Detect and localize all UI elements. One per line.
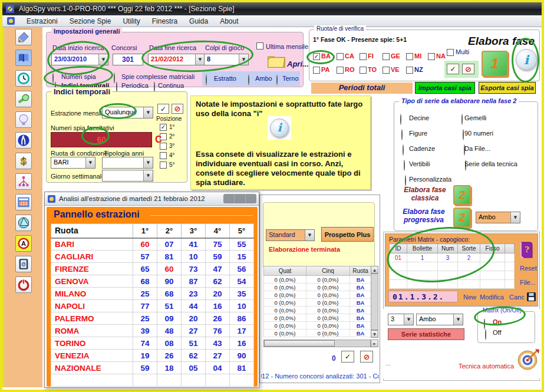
menu-item-sezione-spie[interactable]: Sezione Spie xyxy=(70,17,111,25)
dropdown-arrow-icon[interactable] xyxy=(239,54,248,65)
target-icon[interactable] xyxy=(516,348,540,371)
lottery-icon-button[interactable] xyxy=(15,132,32,149)
ellipsis-label[interactable]: ... xyxy=(385,360,391,367)
dropdown-arrow-icon[interactable] xyxy=(143,170,153,181)
novanta-numeri-radio[interactable] xyxy=(463,129,464,140)
posizione-5-checkbox[interactable] xyxy=(160,162,167,169)
progressiva-sorte-select[interactable]: Ambo xyxy=(476,212,520,223)
fase3-sorte-select[interactable]: Ambo xyxy=(416,314,463,325)
pencil-icon-button[interactable] xyxy=(15,29,32,45)
serie-statistiche-button[interactable]: Serie statistiche xyxy=(388,328,464,340)
table-row[interactable]: ROMA3948277617 xyxy=(51,325,254,337)
numeri-spia-field[interactable]: 60 xyxy=(51,132,152,147)
esporta-casi-spia-button[interactable]: Esporta casi spia xyxy=(479,82,536,94)
data-inizio-select[interactable]: 23/03/2010 xyxy=(51,54,108,65)
horizontal-scrollbar[interactable] xyxy=(263,340,371,347)
menu-item-estrazioni[interactable]: Estrazioni xyxy=(27,17,58,25)
table-row[interactable]: CAGLIARI5781105915 xyxy=(51,251,254,263)
table-row[interactable]: 0 (0,0%)0 (0,0%)BA xyxy=(264,284,371,291)
wheel-fi-checkbox[interactable] xyxy=(360,53,367,60)
calendar-icon-button[interactable] xyxy=(15,194,32,210)
dropdown-arrow-icon[interactable] xyxy=(195,54,205,65)
decine-radio[interactable] xyxy=(400,114,401,125)
colpi-select[interactable]: 8 xyxy=(204,54,249,65)
figure-radio[interactable] xyxy=(401,129,403,140)
wheel-ge-checkbox[interactable] xyxy=(383,53,390,60)
address-book-icon-button[interactable]: @ xyxy=(15,256,32,272)
tree-icon-button[interactable] xyxy=(15,173,32,190)
info-icon-button[interactable] xyxy=(516,49,537,70)
col-sorte[interactable]: Sorte xyxy=(458,244,480,253)
ambo-radio[interactable] xyxy=(248,74,249,85)
tipologia-anni-select[interactable] xyxy=(102,157,153,169)
wheel-to-checkbox[interactable] xyxy=(360,67,367,74)
scroll-down-arrow[interactable]: ▼ xyxy=(371,330,378,338)
bulb-icon-button[interactable] xyxy=(15,111,32,128)
clock-icon-button[interactable] xyxy=(15,70,32,87)
scrollbar-thumb[interactable] xyxy=(264,340,335,347)
col-fisso[interactable]: Fisso xyxy=(480,244,505,253)
flashlight-icon-button[interactable] xyxy=(15,91,32,107)
scroll-up-arrow[interactable]: ▲ xyxy=(371,266,378,274)
gemelli-radio[interactable] xyxy=(461,114,463,125)
matrix-off-radio[interactable] xyxy=(485,329,486,340)
save-floppy-icon[interactable] xyxy=(527,292,536,301)
table-row[interactable]: TORINO7408514316 xyxy=(51,337,254,350)
elabora-progressiva-2-button[interactable]: 2 xyxy=(453,207,471,228)
dropdown-arrow-icon[interactable] xyxy=(510,212,520,223)
folder-open-icon[interactable] xyxy=(267,54,286,69)
dropdown-arrow-icon[interactable] xyxy=(85,157,95,168)
data-fine-select[interactable]: 21/02/2012 xyxy=(148,54,205,65)
estrazione-mensile-select[interactable]: Qualunque xyxy=(102,107,153,118)
ruota-condizione-select[interactable]: BARI xyxy=(51,157,95,169)
wheel-ba-checkbox[interactable] xyxy=(313,53,320,60)
a-sign-icon-button[interactable]: A xyxy=(15,235,32,252)
personalizzata-radio[interactable] xyxy=(405,175,406,186)
table-row[interactable]: FIRENZE6560734756 xyxy=(51,263,254,275)
minimize-button[interactable] xyxy=(223,194,235,203)
vertical-scrollbar[interactable] xyxy=(371,274,378,330)
wheel-mi-checkbox[interactable] xyxy=(406,53,413,60)
terno-radio[interactable] xyxy=(276,74,278,85)
dropdown-arrow-icon[interactable] xyxy=(143,157,153,168)
table-row[interactable]: 0 (0,0%)0 (0,0%)BA xyxy=(264,307,371,314)
fase3-num-select[interactable]: 3 xyxy=(388,314,414,325)
apri-button[interactable]: Apri... xyxy=(287,60,309,68)
matrix-code-field[interactable]: 01.1.3.2. xyxy=(388,291,458,302)
maximize-button[interactable] xyxy=(235,194,246,203)
table-row[interactable]: 0 (0,0%)0 (0,0%)BA xyxy=(264,330,371,337)
table-row[interactable]: 0 (0,0%)0 (0,0%)BA xyxy=(264,314,371,322)
col-quat[interactable]: Quat xyxy=(264,266,306,276)
cancel-forbid-button[interactable] xyxy=(172,104,183,114)
menu-item-finestra[interactable]: Finestra xyxy=(152,17,177,25)
vertibili-radio[interactable] xyxy=(404,160,405,171)
geometry-icon-button[interactable] xyxy=(15,215,32,231)
reset-link[interactable]: Reset xyxy=(520,265,537,272)
cadenze-radio[interactable] xyxy=(403,144,404,156)
table-row[interactable]: 0 (0,0%)0 (0,0%)BA xyxy=(264,322,371,330)
canc-link[interactable]: Canc xyxy=(509,294,525,301)
dropdown-arrow-icon[interactable] xyxy=(453,314,463,325)
col-cinq[interactable]: Cinq xyxy=(306,266,350,276)
window-controls[interactable] xyxy=(223,194,256,203)
close-button[interactable] xyxy=(246,194,256,203)
cancel-forbid-button[interactable] xyxy=(360,351,373,363)
book-icon-button[interactable] xyxy=(15,50,32,66)
table-row[interactable]: PALERMO2509202686 xyxy=(51,312,254,325)
wheel-ca-checkbox[interactable] xyxy=(337,53,344,60)
wheel-ro-checkbox[interactable] xyxy=(337,67,344,74)
concorsi-field[interactable]: 301 xyxy=(113,54,143,65)
table-row[interactable]: 0 (0,0%)0 (0,0%)BA xyxy=(264,299,371,307)
table-row[interactable]: NAPOLI7751441610 xyxy=(51,300,254,312)
table-row[interactable]: 0 (0,0%)0 (0,0%)BA xyxy=(264,291,371,299)
confirm-check-button[interactable] xyxy=(341,351,354,363)
wheel-ve-checkbox[interactable] xyxy=(383,67,390,74)
cancel-forbid-button[interactable] xyxy=(462,64,474,74)
file-link[interactable]: File... xyxy=(520,279,536,286)
spie-complesse-radio[interactable] xyxy=(114,73,115,84)
multi-checkbox[interactable] xyxy=(447,49,454,56)
wheel-pa-checkbox[interactable] xyxy=(313,67,320,74)
table-row[interactable]: GENOVA6890876254 xyxy=(51,275,254,288)
dropdown-arrow-icon[interactable] xyxy=(404,314,413,325)
menu-item-utility[interactable]: Utility xyxy=(123,17,140,25)
